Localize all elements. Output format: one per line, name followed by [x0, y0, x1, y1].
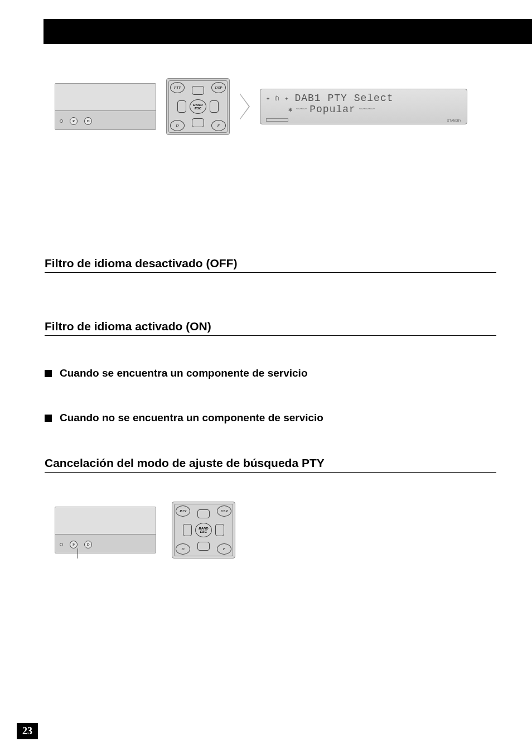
- square-bullet-icon: [45, 370, 52, 377]
- lcd-line2: Popular: [309, 104, 356, 115]
- panel-button-p: P: [70, 541, 78, 548]
- square-bullet-icon: [45, 415, 52, 422]
- callout-line-icon: [78, 548, 78, 558]
- remote-illustration: PTY DSP D F BAND ESC: [166, 78, 230, 135]
- dpad-up-icon: [197, 509, 210, 518]
- indicator-dot: [60, 119, 63, 123]
- dpad-right-icon: [215, 524, 224, 536]
- page-number: 23: [17, 723, 38, 739]
- front-panel-illustration-2: P D: [55, 507, 156, 553]
- dpad-left-icon: [183, 524, 192, 536]
- remote-btn-band-esc: BAND ESC: [190, 99, 206, 114]
- hero-illustration-row: P D PTY DSP D F BAND ESC ✦ ⫛ ✦ DAB1 PTY …: [55, 78, 467, 135]
- dpad-right-icon: [210, 100, 219, 113]
- remote-illustration-2: PTY DSP D F BAND ESC: [172, 502, 235, 558]
- lcd-progress-bar: [266, 118, 288, 122]
- panel-button-d: D: [84, 541, 92, 548]
- lcd-line1: DAB1 PTY Select: [294, 93, 393, 104]
- signal-icon-2: ✦: [284, 94, 289, 103]
- signal-icon: ✦: [266, 94, 270, 103]
- dpad-down-icon: [192, 118, 204, 127]
- front-panel-illustration: P D: [55, 83, 156, 130]
- snowflake-icon: ✱: [288, 105, 293, 114]
- main-content: Filtro de idioma desactivado (OFF) Filtr…: [45, 257, 496, 558]
- panel-button-p: P: [70, 117, 78, 125]
- panel-button-d: D: [84, 117, 92, 125]
- dpad-left-icon: [177, 100, 186, 113]
- remote-btn-band-esc: BAND ESC: [195, 523, 212, 537]
- bullet-found-text: Cuando se encuentra un componente de ser…: [60, 367, 308, 379]
- lcd-standby-label: STANDBY: [447, 119, 461, 123]
- bullet-found: Cuando se encuentra un componente de ser…: [45, 367, 496, 379]
- heading-cancel-mode: Cancelación del modo de ajuste de búsque…: [45, 456, 496, 473]
- lcd-display: ✦ ⫛ ✦ DAB1 PTY Select ✱ 〰〰 Popular 〰〰〰 S…: [260, 89, 467, 124]
- indicator-dot: [60, 543, 63, 546]
- heading-filter-off: Filtro de idioma desactivado (OFF): [45, 257, 496, 273]
- dpad-up-icon: [192, 86, 204, 95]
- remote-dpad: BAND ESC: [178, 87, 217, 126]
- heading-filter-on: Filtro de idioma activado (ON): [45, 320, 496, 336]
- remote-dpad: BAND ESC: [184, 511, 223, 550]
- dpad-down-icon: [197, 542, 210, 551]
- secondary-illustration-row: P D PTY DSP D F BAND ESC: [55, 502, 496, 558]
- antenna-icon: ⫛: [274, 94, 281, 103]
- bullet-not-found: Cuando no se encuentra un componente de …: [45, 412, 496, 424]
- header-bar: [43, 19, 532, 44]
- arrow-right-icon: [240, 93, 250, 120]
- bullet-not-found-text: Cuando no se encuentra un componente de …: [60, 412, 323, 424]
